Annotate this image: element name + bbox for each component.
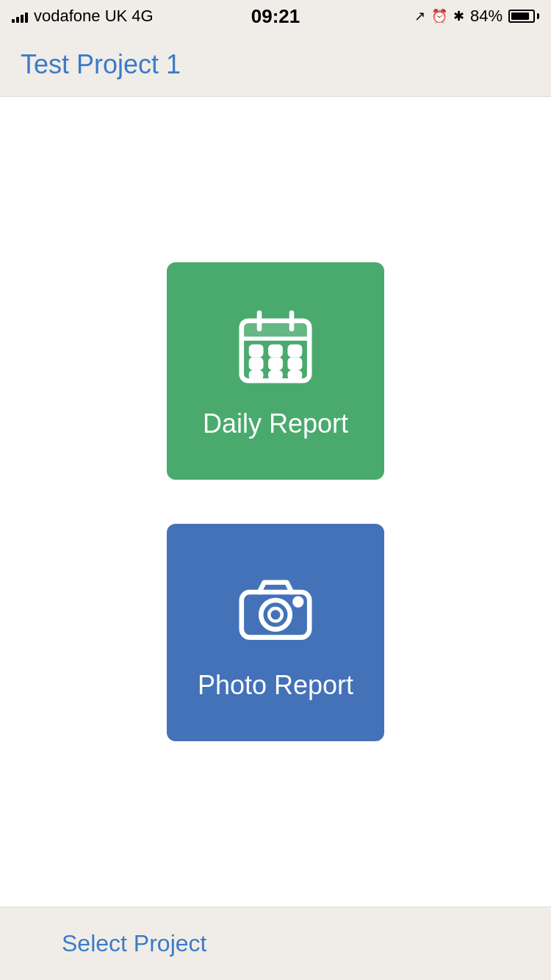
battery-percent: 84% <box>470 7 503 26</box>
signal-icon <box>12 10 28 23</box>
photo-report-label: Photo Report <box>198 670 353 701</box>
carrier-label: vodafone UK 4G <box>34 7 154 26</box>
status-right: ↗ ⏰ ✱ 84% <box>414 7 539 26</box>
status-bar: vodafone UK 4G 09:21 ↗ ⏰ ✱ 84% <box>0 0 551 32</box>
svg-rect-10 <box>290 360 300 368</box>
svg-rect-13 <box>290 372 300 378</box>
svg-point-15 <box>261 600 290 630</box>
bottom-bar: Select Project <box>0 907 551 980</box>
daily-report-button[interactable]: Daily Report <box>167 262 384 480</box>
photo-report-button[interactable]: Photo Report <box>167 524 384 741</box>
bluetooth-icon: ✱ <box>453 8 464 24</box>
camera-icon <box>231 564 320 652</box>
nav-bar: Test Project 1 <box>0 32 551 97</box>
daily-report-label: Daily Report <box>203 408 348 439</box>
svg-rect-8 <box>251 360 261 368</box>
svg-rect-1 <box>242 321 309 339</box>
svg-rect-5 <box>251 347 261 355</box>
status-time: 09:21 <box>251 5 300 28</box>
calendar-icon <box>231 303 320 391</box>
svg-point-17 <box>295 599 301 605</box>
select-project-button[interactable]: Select Project <box>62 930 206 957</box>
svg-rect-11 <box>251 372 261 378</box>
alarm-icon: ⏰ <box>431 8 447 24</box>
main-content: Daily Report Photo Report <box>0 97 551 907</box>
nav-title: Test Project 1 <box>21 49 181 80</box>
svg-rect-7 <box>290 347 300 355</box>
svg-point-16 <box>269 608 282 621</box>
location-icon: ↗ <box>414 8 425 24</box>
svg-rect-6 <box>270 347 280 355</box>
svg-rect-12 <box>270 372 280 378</box>
svg-rect-9 <box>270 360 280 368</box>
battery-icon <box>508 10 539 23</box>
status-left: vodafone UK 4G <box>12 7 154 26</box>
